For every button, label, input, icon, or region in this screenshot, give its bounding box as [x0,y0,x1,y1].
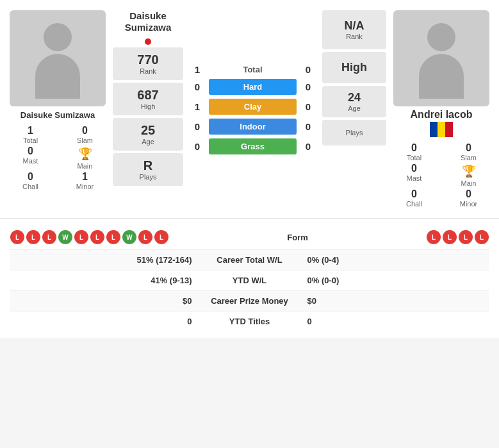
right-mast-label: Mast [407,174,422,182]
surface-row-hard: 0 Hard 0 [190,79,316,95]
indoor-badge: Indoor [209,119,297,135]
right-mast-val: 0 [411,163,417,174]
right-avatar-head [427,23,455,51]
right-slam-cell: 0 Slam [445,142,493,162]
right-minor-cell: 0 Minor [445,188,493,208]
grass-left: 0 [190,141,205,152]
high-label: High [117,103,179,110]
right-flag [430,122,453,137]
player-left: Daisuke Sumizawa 1 Total 0 Slam 0 Mast 🏆… [6,10,109,208]
stat-left-val: 51% (172-164) [10,255,205,265]
right-player-name: Andrei Iacob [411,109,473,120]
right-high-box: High [322,52,386,83]
form-section: LLLWLLLWLL Form LLLL 51% (172-164) Caree… [0,218,499,338]
right-plays-box: Plays [322,120,386,145]
center-surfaces: 1 Total 0 0 Hard 0 1 Clay 0 0 Indoor 0 0 [187,10,318,208]
plays-box: R Plays [113,153,183,186]
player-indicator [145,38,151,45]
left-minor-val: 1 [82,171,88,183]
left-total-cell: 1 Total [6,125,54,144]
flag-blue [430,122,438,137]
left-slam-label: Slam [77,137,93,144]
clay-badge: Clay [209,99,297,115]
total-left-count: 1 [190,64,205,75]
rank-box: 770 Rank [113,47,183,80]
romanian-flag [430,122,453,137]
left-slam-cell: 0 Slam [61,125,109,144]
flag-yellow [438,122,445,137]
left-avatar [10,10,106,106]
right-avatar [393,10,489,106]
main-container: Daisuke Sumizawa 1 Total 0 Slam 0 Mast 🏆… [0,0,499,338]
right-total-label: Total [407,154,421,162]
stat-label: YTD W/L [205,276,295,285]
left-avatar-body [35,54,80,99]
stat-right-val: 0% (0-0) [295,276,489,285]
form-badge: L [106,230,120,244]
form-badge: L [42,230,56,244]
stat-left-val: 41% (9-13) [10,276,205,285]
form-badge: L [26,230,40,244]
left-chall-label: Chall [22,183,38,190]
right-chall-val: 0 [411,188,417,200]
clay-left: 1 [190,101,205,112]
left-mast-cell: 0 Mast [6,145,54,170]
surface-row-clay: 1 Clay 0 [190,99,316,115]
right-high-val: High [326,61,382,74]
indoor-right: 0 [300,121,316,132]
right-age-label: Age [326,104,382,112]
stat-row: $0 Career Prize Money $0 [10,291,489,311]
right-trophy-cell: 🏆 Main [445,163,493,187]
right-rank-box: N/A Rank [322,10,386,49]
stats-rows-container: 51% (172-164) Career Total W/L 0% (0-4) … [10,250,489,331]
left-slam-val: 0 [82,125,88,137]
right-rank-val: N/A [326,19,382,33]
middle-stats-column: DaisukeSumizawa 770 Rank 687 High 25 Age… [113,10,183,208]
rank-label: Rank [117,67,179,75]
left-player-stats: 1 Total 0 Slam 0 Mast 🏆 Main 0 Chall [6,125,109,190]
rank-val: 770 [117,53,179,67]
stat-right-val: 0% (0-4) [295,255,489,265]
form-badge: L [154,230,168,244]
form-badge: L [427,230,441,244]
stat-row: 41% (9-13) YTD W/L 0% (0-0) [10,270,489,291]
right-trophy-icon: 🏆 [462,164,476,178]
hard-right: 0 [300,81,316,92]
clay-right: 0 [300,101,316,112]
hard-badge: Hard [209,79,297,95]
right-slam-val: 0 [466,142,471,154]
left-mast-val: 0 [28,145,33,157]
form-badge: W [58,230,72,244]
plays-label: Plays [117,173,179,181]
left-total-val: 1 [28,125,33,137]
right-mid-stats: N/A Rank High 24 Age Plays [322,10,386,208]
right-minor-val: 0 [466,188,471,200]
surface-row-grass: 0 Grass 0 [190,138,316,154]
left-minor-cell: 1 Minor [61,171,109,190]
form-badge: L [443,230,457,244]
grass-badge: Grass [209,138,297,154]
age-box: 25 Age [113,118,183,151]
stat-right-val: $0 [295,296,489,306]
stat-left-val: 0 [10,317,205,326]
form-badge: L [459,230,473,244]
stat-label: Career Prize Money [205,296,295,306]
player-right: Andrei Iacob 0 Total 0 Slam [390,10,493,208]
left-form-badges: LLLWLLLWLL [10,230,181,244]
left-total-label: Total [23,137,38,144]
surface-row-total: 1 Total 0 [190,64,316,75]
stat-right-val: 0 [295,317,489,326]
form-badge: W [122,230,136,244]
right-avatar-body [419,54,464,99]
age-val: 25 [117,123,179,138]
right-total-cell: 0 Total [390,142,438,162]
age-label: Age [117,138,179,145]
stat-label: Career Total W/L [205,255,295,265]
left-trophy-icon: 🏆 [78,147,92,161]
stat-row: 0 YTD Titles 0 [10,311,489,331]
left-chall-cell: 0 Chall [6,171,54,190]
right-chall-label: Chall [406,200,422,208]
plays-val: R [117,158,179,173]
left-mast-label: Mast [23,157,38,165]
flag-red [445,122,453,137]
